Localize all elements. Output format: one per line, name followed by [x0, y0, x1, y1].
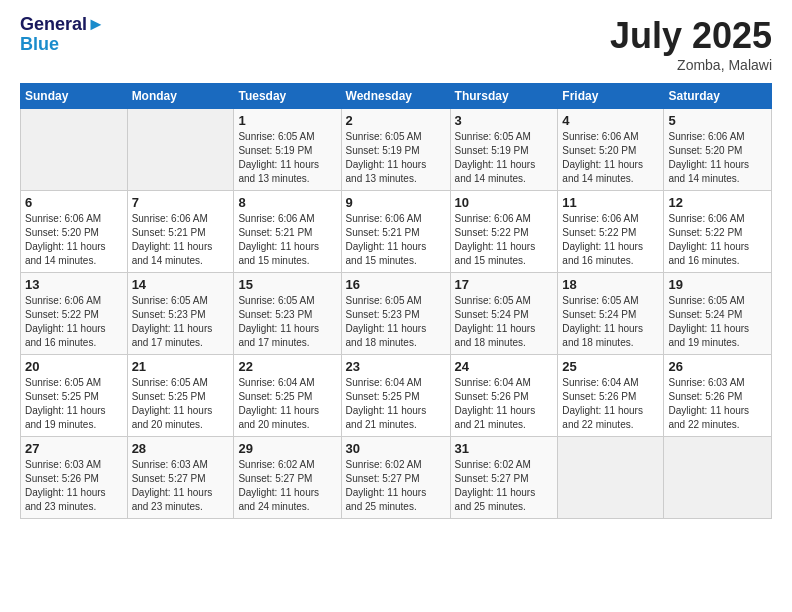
calendar-cell: 13Sunrise: 6:06 AMSunset: 5:22 PMDayligh…: [21, 273, 128, 355]
calendar-cell: 8Sunrise: 6:06 AMSunset: 5:21 PMDaylight…: [234, 191, 341, 273]
logo-blue-text: Blue: [20, 34, 59, 54]
day-number: 18: [562, 277, 659, 292]
calendar-cell: [21, 109, 128, 191]
day-detail: Sunrise: 6:05 AMSunset: 5:24 PMDaylight:…: [668, 294, 767, 350]
calendar-cell: 18Sunrise: 6:05 AMSunset: 5:24 PMDayligh…: [558, 273, 664, 355]
day-detail: Sunrise: 6:06 AMSunset: 5:20 PMDaylight:…: [668, 130, 767, 186]
calendar-cell: 2Sunrise: 6:05 AMSunset: 5:19 PMDaylight…: [341, 109, 450, 191]
day-detail: Sunrise: 6:05 AMSunset: 5:23 PMDaylight:…: [238, 294, 336, 350]
calendar-cell: 16Sunrise: 6:05 AMSunset: 5:23 PMDayligh…: [341, 273, 450, 355]
day-number: 26: [668, 359, 767, 374]
day-number: 5: [668, 113, 767, 128]
day-detail: Sunrise: 6:06 AMSunset: 5:22 PMDaylight:…: [25, 294, 123, 350]
title-block: July 2025 Zomba, Malawi: [610, 15, 772, 73]
day-detail: Sunrise: 6:06 AMSunset: 5:20 PMDaylight:…: [562, 130, 659, 186]
day-detail: Sunrise: 6:04 AMSunset: 5:25 PMDaylight:…: [238, 376, 336, 432]
calendar-cell: 9Sunrise: 6:06 AMSunset: 5:21 PMDaylight…: [341, 191, 450, 273]
header-cell-saturday: Saturday: [664, 84, 772, 109]
day-detail: Sunrise: 6:06 AMSunset: 5:21 PMDaylight:…: [238, 212, 336, 268]
day-number: 6: [25, 195, 123, 210]
calendar-cell: 29Sunrise: 6:02 AMSunset: 5:27 PMDayligh…: [234, 437, 341, 519]
calendar-cell: 20Sunrise: 6:05 AMSunset: 5:25 PMDayligh…: [21, 355, 128, 437]
day-detail: Sunrise: 6:05 AMSunset: 5:19 PMDaylight:…: [455, 130, 554, 186]
week-row-1: 1Sunrise: 6:05 AMSunset: 5:19 PMDaylight…: [21, 109, 772, 191]
day-detail: Sunrise: 6:02 AMSunset: 5:27 PMDaylight:…: [346, 458, 446, 514]
calendar-cell: [127, 109, 234, 191]
day-detail: Sunrise: 6:03 AMSunset: 5:26 PMDaylight:…: [668, 376, 767, 432]
day-detail: Sunrise: 6:02 AMSunset: 5:27 PMDaylight:…: [238, 458, 336, 514]
calendar-cell: 11Sunrise: 6:06 AMSunset: 5:22 PMDayligh…: [558, 191, 664, 273]
day-number: 3: [455, 113, 554, 128]
day-number: 19: [668, 277, 767, 292]
header-cell-sunday: Sunday: [21, 84, 128, 109]
day-detail: Sunrise: 6:05 AMSunset: 5:23 PMDaylight:…: [346, 294, 446, 350]
day-detail: Sunrise: 6:04 AMSunset: 5:25 PMDaylight:…: [346, 376, 446, 432]
calendar-cell: 10Sunrise: 6:06 AMSunset: 5:22 PMDayligh…: [450, 191, 558, 273]
day-detail: Sunrise: 6:05 AMSunset: 5:25 PMDaylight:…: [132, 376, 230, 432]
calendar-header-row: SundayMondayTuesdayWednesdayThursdayFrid…: [21, 84, 772, 109]
day-number: 23: [346, 359, 446, 374]
header-cell-monday: Monday: [127, 84, 234, 109]
day-detail: Sunrise: 6:05 AMSunset: 5:25 PMDaylight:…: [25, 376, 123, 432]
logo: General► Blue: [20, 15, 105, 55]
day-number: 7: [132, 195, 230, 210]
calendar-cell: 23Sunrise: 6:04 AMSunset: 5:25 PMDayligh…: [341, 355, 450, 437]
calendar-cell: 19Sunrise: 6:05 AMSunset: 5:24 PMDayligh…: [664, 273, 772, 355]
day-number: 12: [668, 195, 767, 210]
day-detail: Sunrise: 6:06 AMSunset: 5:22 PMDaylight:…: [562, 212, 659, 268]
calendar-cell: [558, 437, 664, 519]
day-number: 20: [25, 359, 123, 374]
day-number: 29: [238, 441, 336, 456]
calendar-cell: 3Sunrise: 6:05 AMSunset: 5:19 PMDaylight…: [450, 109, 558, 191]
day-number: 30: [346, 441, 446, 456]
day-detail: Sunrise: 6:03 AMSunset: 5:27 PMDaylight:…: [132, 458, 230, 514]
calendar-cell: 5Sunrise: 6:06 AMSunset: 5:20 PMDaylight…: [664, 109, 772, 191]
day-number: 22: [238, 359, 336, 374]
day-number: 10: [455, 195, 554, 210]
header: General► Blue July 2025 Zomba, Malawi: [20, 15, 772, 73]
calendar-cell: 27Sunrise: 6:03 AMSunset: 5:26 PMDayligh…: [21, 437, 128, 519]
page: General► Blue July 2025 Zomba, Malawi Su…: [0, 0, 792, 612]
day-number: 16: [346, 277, 446, 292]
day-number: 11: [562, 195, 659, 210]
header-cell-tuesday: Tuesday: [234, 84, 341, 109]
calendar-cell: 6Sunrise: 6:06 AMSunset: 5:20 PMDaylight…: [21, 191, 128, 273]
calendar-cell: [664, 437, 772, 519]
day-number: 8: [238, 195, 336, 210]
calendar-cell: 7Sunrise: 6:06 AMSunset: 5:21 PMDaylight…: [127, 191, 234, 273]
calendar-cell: 22Sunrise: 6:04 AMSunset: 5:25 PMDayligh…: [234, 355, 341, 437]
day-detail: Sunrise: 6:06 AMSunset: 5:21 PMDaylight:…: [346, 212, 446, 268]
header-cell-friday: Friday: [558, 84, 664, 109]
calendar-cell: 17Sunrise: 6:05 AMSunset: 5:24 PMDayligh…: [450, 273, 558, 355]
day-number: 1: [238, 113, 336, 128]
calendar-cell: 25Sunrise: 6:04 AMSunset: 5:26 PMDayligh…: [558, 355, 664, 437]
day-detail: Sunrise: 6:05 AMSunset: 5:23 PMDaylight:…: [132, 294, 230, 350]
header-cell-thursday: Thursday: [450, 84, 558, 109]
day-detail: Sunrise: 6:05 AMSunset: 5:24 PMDaylight:…: [455, 294, 554, 350]
month-title: July 2025: [610, 15, 772, 57]
header-cell-wednesday: Wednesday: [341, 84, 450, 109]
calendar-cell: 15Sunrise: 6:05 AMSunset: 5:23 PMDayligh…: [234, 273, 341, 355]
day-number: 21: [132, 359, 230, 374]
day-number: 14: [132, 277, 230, 292]
day-detail: Sunrise: 6:06 AMSunset: 5:22 PMDaylight:…: [455, 212, 554, 268]
day-detail: Sunrise: 6:05 AMSunset: 5:24 PMDaylight:…: [562, 294, 659, 350]
day-detail: Sunrise: 6:05 AMSunset: 5:19 PMDaylight:…: [238, 130, 336, 186]
day-detail: Sunrise: 6:06 AMSunset: 5:22 PMDaylight:…: [668, 212, 767, 268]
week-row-3: 13Sunrise: 6:06 AMSunset: 5:22 PMDayligh…: [21, 273, 772, 355]
day-number: 15: [238, 277, 336, 292]
day-number: 9: [346, 195, 446, 210]
day-number: 2: [346, 113, 446, 128]
day-detail: Sunrise: 6:04 AMSunset: 5:26 PMDaylight:…: [562, 376, 659, 432]
calendar-cell: 4Sunrise: 6:06 AMSunset: 5:20 PMDaylight…: [558, 109, 664, 191]
day-number: 31: [455, 441, 554, 456]
day-detail: Sunrise: 6:03 AMSunset: 5:26 PMDaylight:…: [25, 458, 123, 514]
day-number: 4: [562, 113, 659, 128]
logo-blue: ►: [87, 14, 105, 34]
week-row-2: 6Sunrise: 6:06 AMSunset: 5:20 PMDaylight…: [21, 191, 772, 273]
calendar-cell: 14Sunrise: 6:05 AMSunset: 5:23 PMDayligh…: [127, 273, 234, 355]
day-detail: Sunrise: 6:02 AMSunset: 5:27 PMDaylight:…: [455, 458, 554, 514]
day-detail: Sunrise: 6:06 AMSunset: 5:21 PMDaylight:…: [132, 212, 230, 268]
day-detail: Sunrise: 6:06 AMSunset: 5:20 PMDaylight:…: [25, 212, 123, 268]
day-detail: Sunrise: 6:05 AMSunset: 5:19 PMDaylight:…: [346, 130, 446, 186]
